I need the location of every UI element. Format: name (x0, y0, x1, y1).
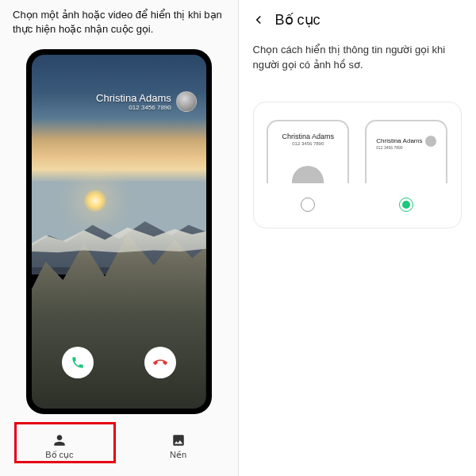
tab-layout-label: Bố cục (45, 450, 73, 460)
caller-info: Christina Adams 012 3456 7890 (96, 91, 197, 112)
decline-call-button[interactable] (144, 347, 176, 378)
right-description: Chọn cách hiển thị thông tin người gọi k… (239, 36, 477, 86)
layout-option-centered[interactable]: Christina Adams 012 3456 7890 (267, 120, 349, 212)
right-header: Bố cục (239, 0, 477, 36)
back-chevron-icon[interactable] (251, 13, 266, 27)
mini-preview-centered: Christina Adams 012 3456 7890 (267, 120, 349, 183)
image-icon (171, 432, 186, 448)
layout-option-compact[interactable]: Christina Adams 012 3456 7890 (365, 120, 447, 212)
left-description: Chọn một ảnh hoặc video để hiển thị khi … (0, 0, 238, 43)
caller-number: 012 3456 7890 (96, 104, 171, 111)
tab-background[interactable]: Nền (119, 424, 238, 468)
bottom-tabs: Bố cục Nền (0, 424, 238, 468)
call-background-settings-panel: Chọn một ảnh hoặc video để hiển thị khi … (0, 0, 238, 476)
mini-avatar (292, 166, 324, 183)
phone-preview-frame: Christina Adams 012 3456 7890 (26, 49, 212, 414)
mini-avatar (425, 136, 436, 147)
mini-preview-compact: Christina Adams 012 3456 7890 (365, 120, 447, 183)
radio-option-centered[interactable] (301, 198, 315, 212)
tab-background-label: Nền (170, 450, 186, 460)
accept-call-button[interactable] (62, 347, 94, 378)
page-title: Bố cục (275, 11, 321, 29)
phone-preview-screen: Christina Adams 012 3456 7890 (32, 55, 206, 409)
person-icon (52, 432, 67, 448)
tab-layout[interactable]: Bố cục (0, 424, 119, 468)
layout-settings-panel: Bố cục Chọn cách hiển thị thông tin ngườ… (238, 0, 477, 476)
phone-accept-icon (71, 355, 85, 370)
mini-number: 012 3456 7890 (376, 145, 422, 150)
call-actions (32, 347, 206, 378)
radio-option-compact[interactable] (399, 198, 413, 212)
caller-avatar (176, 91, 197, 112)
mini-name: Christina Adams (268, 132, 347, 140)
mini-number: 012 3456 7890 (268, 141, 347, 146)
phone-decline-icon (153, 355, 167, 370)
mini-name: Christina Adams (376, 137, 422, 144)
layout-options-card: Christina Adams 012 3456 7890 Christina … (253, 102, 463, 228)
caller-name: Christina Adams (96, 92, 171, 104)
